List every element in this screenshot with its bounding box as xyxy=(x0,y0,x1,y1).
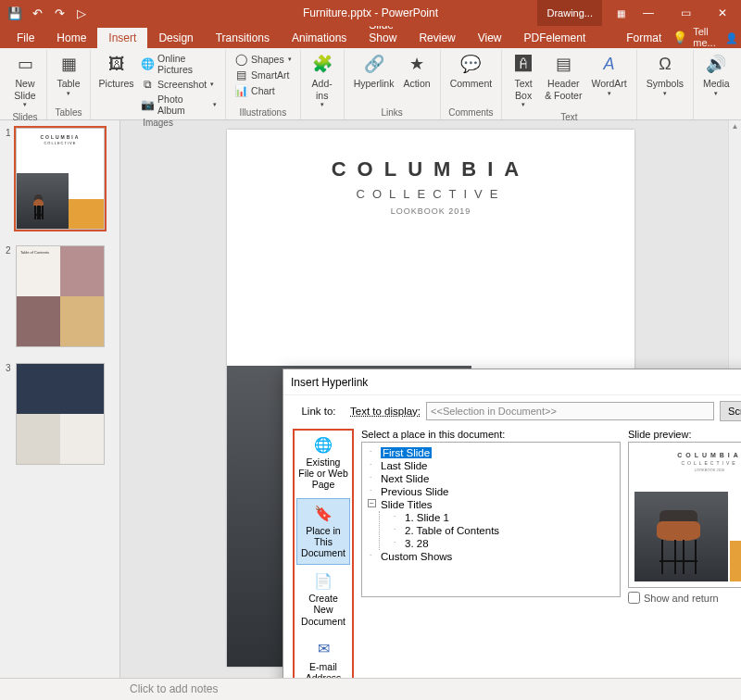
wordart-icon: A xyxy=(598,54,621,76)
tell-me-search[interactable]: 💡 Tell me... xyxy=(672,26,715,48)
contextual-tab-label: Drawing... xyxy=(537,0,602,26)
tab-transitions[interactable]: Transitions xyxy=(205,28,281,48)
chevron-down-icon: ▾ xyxy=(521,101,525,108)
chart-button[interactable]: 📊Chart xyxy=(232,83,295,98)
scroll-up-icon[interactable]: ▲ xyxy=(729,120,741,133)
symbols-button[interactable]: ΩSymbols▾ xyxy=(643,52,687,99)
tree-slide-2[interactable]: 2. Table of Contents xyxy=(392,524,614,537)
tree-previous-slide[interactable]: Previous Slide xyxy=(368,485,614,498)
tab-file[interactable]: File xyxy=(6,28,45,48)
textbox-button[interactable]: 🅰Text Box▾ xyxy=(508,52,539,111)
smartart-button[interactable]: ▤SmartArt xyxy=(232,68,295,82)
thumbnail-card: Table of Contents xyxy=(16,245,105,347)
pictures-label: Pictures xyxy=(99,78,134,90)
tab-home[interactable]: Home xyxy=(45,28,97,48)
tab-review[interactable]: Review xyxy=(408,28,466,48)
minimize-icon[interactable]: — xyxy=(630,0,667,26)
thumbnail-2[interactable]: 2 Table of Contents xyxy=(6,245,114,350)
symbols-icon: Ω xyxy=(654,54,676,76)
ribbon-display-options-icon[interactable]: ▦ xyxy=(611,0,630,26)
pictures-button[interactable]: 🖼Pictures xyxy=(96,52,136,92)
header-footer-button[interactable]: ▤Header & Footer xyxy=(541,52,585,103)
document-place-tree[interactable]: First Slide Last Slide Next Slide Previo… xyxy=(361,442,621,597)
redo-icon[interactable]: ↷ xyxy=(52,6,67,20)
tree-custom-shows[interactable]: Custom Shows xyxy=(368,550,614,563)
tree-last-slide[interactable]: Last Slide xyxy=(368,459,614,472)
table-label: Table xyxy=(57,78,80,90)
shapes-button[interactable]: ◯Shapes ▾ xyxy=(232,52,295,67)
online-pictures-button[interactable]: 🌐Online Pictures xyxy=(138,52,220,76)
linkto-create-new[interactable]: 📄 Create New Document xyxy=(296,566,350,632)
group-label-media xyxy=(699,106,734,119)
show-return-input[interactable] xyxy=(628,592,640,604)
chevron-down-icon: ▾ xyxy=(23,101,27,108)
ribbon-group-links: 🔗Hyperlink ★Action Links xyxy=(345,50,441,119)
tree-slide-titles[interactable]: − Slide Titles xyxy=(368,498,614,511)
linkto-email[interactable]: ✉ E-mail Address xyxy=(296,634,350,678)
show-and-return-checkbox[interactable]: Show and return xyxy=(628,592,741,604)
text-to-display-label: Text to display: xyxy=(350,406,421,417)
ribbon-group-media: 🔊Media▾ xyxy=(694,50,739,119)
linkto-existing-label: Existing File or Web Page xyxy=(298,456,348,490)
dialog-titlebar[interactable]: Insert Hyperlink ? ✕ xyxy=(283,369,741,395)
ribbon-group-slides: ▭ New Slide ▾ Slides xyxy=(4,50,47,119)
tree-section: Select a place in this document: First S… xyxy=(361,429,621,678)
undo-icon[interactable]: ↶ xyxy=(30,6,44,20)
chevron-down-icon: ▾ xyxy=(288,56,292,63)
comment-button[interactable]: 💬Comment xyxy=(446,52,496,92)
new-slide-button[interactable]: ▭ New Slide ▾ xyxy=(9,52,41,111)
email-icon: ✉ xyxy=(311,641,335,659)
smartart-icon: ▤ xyxy=(234,69,247,81)
slide-canvas[interactable]: COLUMBIA COLLECTIVE LOOKBOOK 2019 h ▲ ▼ … xyxy=(120,120,741,678)
new-document-icon: 📄 xyxy=(311,572,335,591)
wordart-label: WordArt xyxy=(591,78,626,90)
linkto-place-in-document[interactable]: 🔖 Place in This Document xyxy=(296,498,350,565)
collapse-icon[interactable]: − xyxy=(368,499,376,507)
action-button[interactable]: ★Action xyxy=(399,52,433,92)
online-pictures-label: Online Pictures xyxy=(157,53,217,75)
screenshot-button[interactable]: ⧉Screenshot ▾ xyxy=(138,77,220,92)
preview-label: Slide preview: xyxy=(628,429,741,440)
close-icon[interactable]: ✕ xyxy=(704,0,741,26)
photo-album-button[interactable]: 📷Photo Album ▾ xyxy=(138,93,220,117)
addins-label: Add- ins xyxy=(312,78,333,101)
tab-insert[interactable]: Insert xyxy=(97,28,147,48)
tab-format[interactable]: Format xyxy=(615,28,672,48)
slide-title: COLUMBIA xyxy=(227,157,634,181)
share-button[interactable]: 👤 Share xyxy=(716,29,741,48)
thumbnail-card xyxy=(16,363,105,465)
thumbnail-3[interactable]: 3 xyxy=(6,363,114,468)
tab-pdfelement[interactable]: PDFelement xyxy=(513,28,597,48)
tree-slide-3[interactable]: 3. 28 xyxy=(392,537,614,550)
linkto-existing-file[interactable]: 🌐 Existing File or Web Page xyxy=(296,431,350,495)
addins-button[interactable]: 🧩Add- ins▾ xyxy=(307,52,338,111)
linkto-column: 🌐 Existing File or Web Page 🔖 Place in T… xyxy=(293,429,354,678)
preview-section: Slide preview: COLUMBIA COLLECTIVE LOOKB… xyxy=(628,429,741,678)
start-slideshow-icon[interactable]: ▷ xyxy=(74,6,89,20)
ribbon-group-comments: 💬Comment Comments xyxy=(441,50,503,119)
tree-slide-1[interactable]: 1. Slide 1 xyxy=(392,511,614,524)
smartart-label: SmartArt xyxy=(251,69,289,81)
screenshot-icon: ⧉ xyxy=(141,78,154,91)
maximize-icon[interactable]: ▭ xyxy=(667,0,704,26)
tab-view[interactable]: View xyxy=(467,28,513,48)
thumbnail-card: COLUMBIA COLLECTIVE xyxy=(16,128,105,230)
tab-design[interactable]: Design xyxy=(147,28,204,48)
ribbon-group-text: 🅰Text Box▾ ▤Header & Footer AWordArt▾ Te… xyxy=(502,50,637,119)
tree-first-slide[interactable]: First Slide xyxy=(368,446,614,459)
media-button[interactable]: 🔊Media▾ xyxy=(699,52,734,99)
thumbnail-1[interactable]: 1 COLUMBIA COLLECTIVE xyxy=(6,128,114,232)
hyperlink-button[interactable]: 🔗Hyperlink xyxy=(350,52,398,92)
text-to-display-input xyxy=(426,402,714,420)
tab-animations[interactable]: Animations xyxy=(281,28,358,48)
screenshot-label: Screenshot xyxy=(157,79,207,90)
tree-next-slide[interactable]: Next Slide xyxy=(368,472,614,485)
linkto-label: Link to: xyxy=(293,406,345,417)
screentip-button[interactable]: ScreenTip... xyxy=(720,401,741,421)
save-icon[interactable]: 💾 xyxy=(7,6,22,20)
notes-pane[interactable]: Click to add notes xyxy=(0,678,741,700)
wordart-button[interactable]: AWordArt▾ xyxy=(587,52,630,99)
photo-album-label: Photo Album xyxy=(157,94,209,116)
table-button[interactable]: ▦ Table ▾ xyxy=(53,52,84,99)
linkto-email-label: E-mail Address xyxy=(299,661,347,678)
